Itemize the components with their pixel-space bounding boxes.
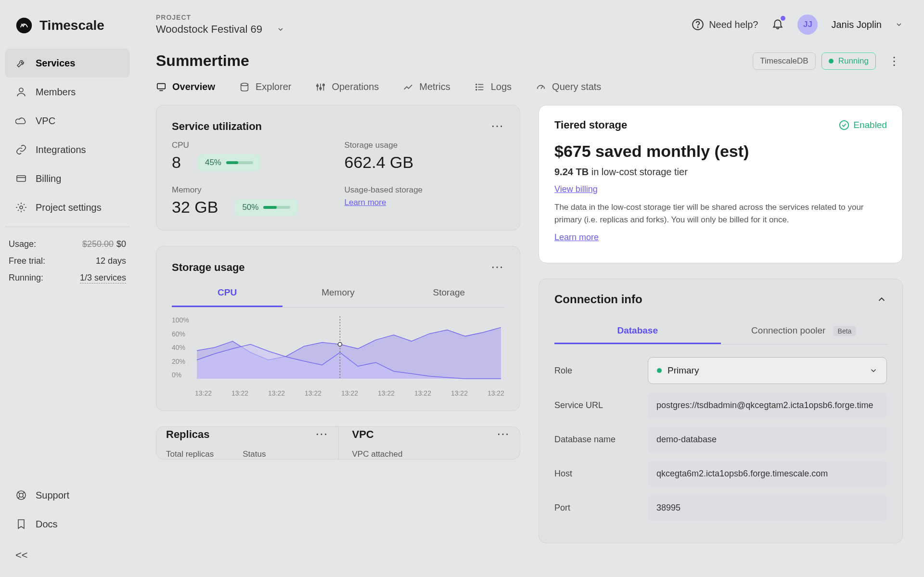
sidebar-item-services[interactable]: Services <box>5 49 130 77</box>
replicas-section: Replicas ⋯ Total replicas Status <box>156 427 338 459</box>
svg-point-25 <box>475 84 476 85</box>
user-icon <box>15 86 27 98</box>
card-menu-button[interactable]: ⋯ <box>491 119 504 134</box>
lifebuoy-icon <box>15 489 27 501</box>
running-label: Running: <box>9 273 43 283</box>
tab-query-stats[interactable]: Query stats <box>536 81 601 92</box>
progress-bar-icon <box>226 161 253 164</box>
wrench-icon <box>15 57 27 69</box>
svg-point-12 <box>698 27 698 27</box>
db-chip: TimescaleDB <box>753 52 815 70</box>
status-dot-icon <box>657 368 662 373</box>
card-menu-button[interactable]: ⋯ <box>497 427 510 442</box>
sidebar-item-vpc[interactable]: VPC <box>5 106 130 135</box>
sliders-icon <box>315 82 326 92</box>
collapse-sidebar-button[interactable]: << <box>5 539 130 572</box>
chevron-down-icon[interactable] <box>895 21 903 28</box>
notification-dot <box>781 16 785 21</box>
tab-metrics[interactable]: Metrics <box>403 81 450 92</box>
tiered-savings: $675 saved monthly (est) <box>554 142 887 161</box>
learn-more-link[interactable]: Learn more <box>345 198 386 207</box>
svg-line-28 <box>541 86 543 89</box>
tab-overview[interactable]: Overview <box>156 81 215 92</box>
status-chip: Running <box>821 52 876 70</box>
sidebar-item-docs[interactable]: Docs <box>5 510 130 539</box>
svg-point-27 <box>475 89 476 90</box>
cpu-pct-chip: 45% <box>197 154 261 171</box>
dbname-field[interactable]: demo-database <box>648 427 887 452</box>
role-select[interactable]: Primary <box>648 357 887 384</box>
chart-tab-memory[interactable]: Memory <box>282 282 393 307</box>
ubs-label: Usage-based storage <box>345 185 505 195</box>
project-label: PROJECT <box>156 13 284 21</box>
enabled-badge: Enabled <box>839 120 887 130</box>
avatar[interactable]: JJ <box>797 14 818 35</box>
service-url-field[interactable]: postgres://tsdbadmin@qkcegtam2.icta1opsb… <box>648 393 887 418</box>
project-switcher[interactable]: PROJECT Woodstock Festival 69 <box>156 13 284 36</box>
sidebar-item-label: Services <box>36 58 75 69</box>
link-icon <box>15 144 27 155</box>
card-title: Storage usage <box>172 261 245 274</box>
chevron-down-icon <box>277 26 284 33</box>
brand: Timescale <box>5 12 130 49</box>
gauge-icon <box>536 82 546 92</box>
learn-more-link[interactable]: Learn more <box>554 232 599 243</box>
card-menu-button[interactable]: ⋯ <box>491 260 504 275</box>
tab-operations[interactable]: Operations <box>315 81 379 92</box>
conn-tab-database[interactable]: Database <box>554 319 721 344</box>
sidebar-item-settings[interactable]: Project settings <box>5 193 130 222</box>
sidebar-item-label: Project settings <box>36 202 102 213</box>
sidebar-item-members[interactable]: Members <box>5 77 130 106</box>
sidebar-item-integrations[interactable]: Integrations <box>5 135 130 164</box>
page-actions-menu[interactable]: ⋮ <box>882 54 903 68</box>
vpc-attached-label: VPC attached <box>352 449 403 459</box>
monitor-icon <box>156 82 167 92</box>
conn-tab-pooler[interactable]: Connection pooler Beta <box>721 319 887 344</box>
tab-logs[interactable]: Logs <box>475 81 512 92</box>
database-icon <box>239 82 250 92</box>
main: PROJECT Woodstock Festival 69 Need help?… <box>135 0 924 577</box>
help-button[interactable]: Need help? <box>692 18 758 31</box>
total-replicas-label: Total replicas <box>166 449 214 459</box>
storage-value: 662.4 GB <box>345 153 414 172</box>
area-chart <box>195 316 503 384</box>
host-field[interactable]: qkcegta6m2.icta1opsb6.forge.timescale.co… <box>648 461 887 487</box>
help-label: Need help? <box>709 19 758 30</box>
svg-line-8 <box>23 497 25 499</box>
user-name: Janis Joplin <box>831 19 882 30</box>
chart-tab-storage[interactable]: Storage <box>394 282 504 307</box>
help-icon <box>692 18 704 31</box>
cpu-label: CPU <box>172 141 332 150</box>
sidebar: Timescale Services Members VPC Integrati… <box>0 0 135 577</box>
page-title: Summertime <box>156 52 249 70</box>
chevron-up-icon[interactable] <box>876 294 887 305</box>
storage-label: Storage usage <box>345 141 505 150</box>
bookmark-icon <box>15 518 27 530</box>
usage-label: Usage: <box>9 239 36 249</box>
notifications-button[interactable] <box>771 17 784 32</box>
progress-bar-icon <box>263 206 290 209</box>
service-tabs: Overview Explorer Operations Metrics Log… <box>135 75 924 105</box>
view-billing-link[interactable]: View billing <box>554 184 598 194</box>
tab-explorer[interactable]: Explorer <box>239 81 291 92</box>
port-field[interactable]: 38995 <box>648 495 887 521</box>
check-circle-icon <box>839 120 849 130</box>
memory-label: Memory <box>172 185 332 195</box>
replicas-status-label: Status <box>243 449 266 459</box>
card-title: Connection info <box>554 293 642 306</box>
svg-rect-2 <box>17 176 26 181</box>
trial-val: 12 days <box>96 256 126 266</box>
vpc-section: VPC ⋯ VPC attached <box>338 427 520 459</box>
card-menu-button[interactable]: ⋯ <box>315 427 329 442</box>
memory-pct-chip: 50% <box>234 199 298 216</box>
sidebar-item-support[interactable]: Support <box>5 481 130 510</box>
topbar: PROJECT Woodstock Festival 69 Need help?… <box>135 0 924 42</box>
chart-tab-cpu[interactable]: CPU <box>172 282 282 307</box>
brand-name: Timescale <box>39 18 104 33</box>
replicas-title: Replicas <box>166 428 210 441</box>
svg-point-1 <box>19 88 23 92</box>
svg-point-31 <box>840 121 848 129</box>
running-val[interactable]: 1/3 services <box>80 273 126 283</box>
usage-summary: Usage: $250.00$0 Free trial: 12 days Run… <box>5 227 130 295</box>
sidebar-item-billing[interactable]: Billing <box>5 164 130 193</box>
